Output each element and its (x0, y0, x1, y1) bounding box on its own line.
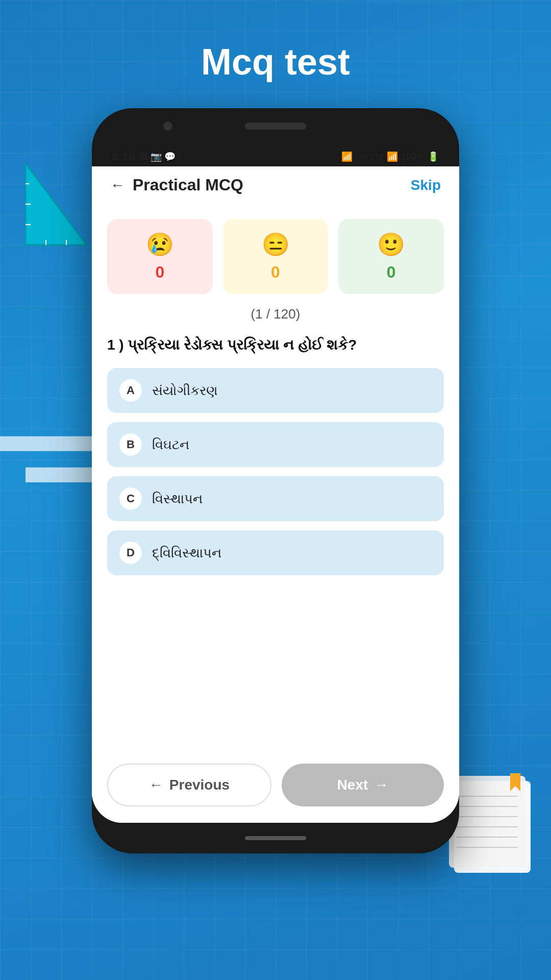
earpiece (245, 122, 306, 130)
prev-arrow-icon: ← (149, 777, 163, 793)
home-indicator (245, 836, 306, 840)
option-c[interactable]: C વિસ્થાપન (107, 476, 444, 521)
option-b-text: વિઘટન (152, 437, 189, 453)
score-card-wrong: 😢 0 (107, 219, 213, 294)
score-card-neutral: 😑 0 (223, 219, 329, 294)
correct-emoji: 🙂 (377, 231, 405, 258)
main-content: 😢 0 😑 0 🙂 0 (1 / 120) 1 ) પ્રક્રિયા રેડો… (92, 204, 459, 752)
option-a[interactable]: A સંયોગીકરણ (107, 368, 444, 413)
option-c-text: વિસ્થાપન (152, 491, 203, 507)
question-text: 1 ) પ્રક્રિયા રેડોક્સ પ્રક્રિયા ન હોઈ શક… (107, 334, 444, 356)
option-d[interactable]: D દ્વિવિસ્થાપન (107, 530, 444, 575)
previous-label: Previous (169, 777, 230, 793)
option-a-text: સંયોગીકરણ (152, 383, 218, 399)
wrong-count: 0 (155, 263, 164, 282)
option-b-letter: B (119, 433, 142, 456)
options-list: A સંયોગીકરણ B વિઘટન C વિસ્થાપન D દ્વિવિસ… (107, 368, 444, 575)
app-header: ← Practical MCQ Skip (92, 166, 459, 204)
phone-bottom-bar (245, 823, 306, 853)
skip-button[interactable]: Skip (411, 177, 441, 193)
next-arrow-icon: → (374, 777, 388, 793)
neutral-count: 0 (271, 263, 280, 282)
status-time: 6:10 🖼 📷 💬 • (112, 150, 181, 163)
option-d-letter: D (119, 542, 142, 564)
status-icons: 📶 Voo LTE 📶 100% 🔋 (341, 151, 439, 162)
score-cards: 😢 0 😑 0 🙂 0 (107, 219, 444, 294)
header-title: Practical MCQ (133, 176, 243, 194)
status-bar: 6:10 🖼 📷 💬 • 📶 Voo LTE 📶 100% 🔋 (92, 144, 459, 166)
previous-button[interactable]: ← Previous (107, 764, 271, 806)
option-d-text: દ્વિવિસ્થાપન (152, 545, 221, 561)
camera-dot (163, 121, 172, 131)
phone-frame: 6:10 🖼 📷 💬 • 📶 Voo LTE 📶 100% 🔋 ← Practi… (92, 108, 459, 853)
back-button[interactable]: ← Practical MCQ (110, 176, 243, 194)
back-arrow-icon: ← (110, 177, 124, 193)
option-a-letter: A (119, 379, 142, 402)
neutral-emoji: 😑 (262, 231, 290, 258)
next-button[interactable]: Next → (282, 764, 444, 806)
next-label: Next (337, 777, 368, 793)
score-card-correct: 🙂 0 (338, 219, 444, 294)
option-c-letter: C (119, 487, 142, 510)
option-b[interactable]: B વિઘટન (107, 422, 444, 467)
page-title: Mcq test (201, 41, 350, 83)
correct-count: 0 (387, 263, 396, 282)
svg-rect-14 (449, 776, 525, 868)
phone-screen: ← Practical MCQ Skip 😢 0 😑 0 🙂 0 (92, 166, 459, 823)
phone-notch (92, 108, 459, 144)
question-progress: (1 / 120) (107, 306, 444, 322)
wrong-emoji: 😢 (146, 231, 174, 258)
bottom-nav: ← Previous Next → (92, 752, 459, 823)
